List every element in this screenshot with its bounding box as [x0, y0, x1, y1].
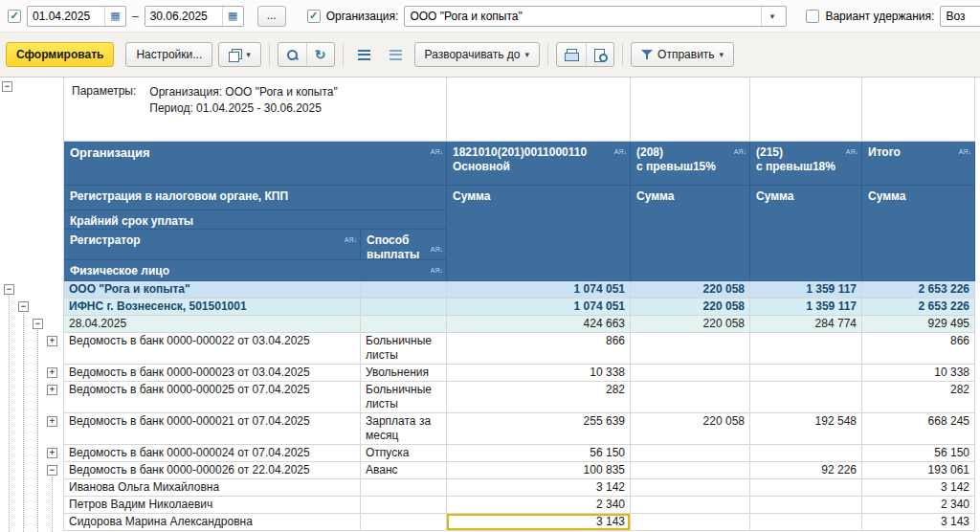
calendar-icon[interactable]: ▦	[222, 7, 243, 26]
header-215[interactable]: (215) с превыш18% АЯ↓	[750, 142, 862, 186]
cell-total[interactable]: 2 653 226	[862, 299, 975, 316]
cell-sum-main[interactable]: 100 835	[447, 462, 631, 479]
empty-cell[interactable]	[862, 78, 975, 142]
cell-sum-main[interactable]: 866	[447, 333, 631, 365]
header-sum-215[interactable]: Сумма	[750, 186, 862, 281]
cell-sum-208[interactable]: 220 058	[631, 413, 750, 445]
period-more-button[interactable]: ...	[257, 6, 286, 27]
cell-method[interactable]	[361, 281, 447, 299]
cell-label[interactable]: Ведомость в банк 0000-000022 от 03.04.20…	[64, 333, 361, 365]
cell-method[interactable]	[361, 299, 447, 316]
cell-method[interactable]: Отпуска	[361, 445, 447, 462]
group-collapse-toggle[interactable]: −	[33, 319, 43, 329]
cell-total[interactable]: 2 653 226	[862, 281, 975, 299]
cell-sum-215[interactable]	[750, 479, 862, 497]
cell-sum-main[interactable]: 282	[447, 382, 631, 413]
cell-sum-main[interactable]: 1 074 051	[447, 281, 631, 299]
withhold-checkbox[interactable]	[806, 10, 819, 23]
cell-sum-208[interactable]	[631, 462, 750, 479]
header-sum-main[interactable]: Сумма	[447, 186, 631, 281]
cell-method[interactable]: Зарплата за месяц	[361, 413, 447, 445]
cell-total[interactable]: 3 142	[862, 479, 975, 497]
group-expand-toggle[interactable]: +	[47, 416, 57, 427]
empty-cell[interactable]	[447, 78, 631, 142]
cell-method[interactable]	[361, 479, 447, 497]
cell-method[interactable]: Больничные листы	[361, 382, 447, 413]
cell-sum-215[interactable]: 192 548	[750, 413, 862, 445]
group-expand-toggle[interactable]: +	[47, 385, 57, 395]
cell-sum-208[interactable]	[631, 445, 750, 462]
date-from-input[interactable]	[28, 8, 104, 25]
cell-total[interactable]: 929 495	[862, 316, 975, 333]
print-preview-button[interactable]	[586, 43, 613, 66]
cell-sum-215[interactable]: 1 359 117	[750, 281, 862, 299]
cell-total[interactable]: 56 150	[862, 445, 975, 462]
empty-cell[interactable]	[631, 78, 750, 142]
cell-label[interactable]: ИФНС г. Вознесенск, 501501001	[64, 299, 361, 316]
cell-label[interactable]: ООО "Рога и копыта"	[64, 281, 361, 299]
cell-sum-215[interactable]: 284 774	[750, 316, 862, 333]
cell-label[interactable]: Ведомость в банк 0000-000023 от 03.04.20…	[64, 365, 361, 382]
cell-sum-208[interactable]: 220 058	[631, 299, 750, 316]
print-button[interactable]	[557, 43, 586, 66]
cell-sum-208[interactable]	[631, 333, 750, 365]
cell-sum-208[interactable]	[631, 497, 750, 514]
cell-sum-main[interactable]: 255 639	[447, 413, 631, 445]
cell-total[interactable]: 10 338	[862, 365, 975, 382]
cell-total[interactable]: 282	[862, 382, 975, 413]
cell-label[interactable]: 28.04.2025	[64, 316, 361, 333]
header-pay-method[interactable]: Способ выплаты АЯ↓	[361, 230, 447, 260]
cell-sum-215[interactable]	[750, 445, 862, 462]
settings-button[interactable]: Настройки...	[125, 42, 212, 67]
expand-to-button[interactable]: Разворачивать до ▾	[414, 42, 541, 67]
cell-sum-main[interactable]: 56 150	[447, 445, 631, 462]
selected-cell[interactable]: 3 143	[447, 514, 631, 531]
date-to-input[interactable]	[145, 8, 222, 25]
cell-sum-215[interactable]	[750, 382, 862, 413]
header-person[interactable]: Физическое лицо АЯ↓	[64, 260, 447, 281]
group-expand-toggle[interactable]: +	[47, 336, 57, 346]
group-collapse-toggle[interactable]: −	[2, 81, 12, 92]
search-button[interactable]	[278, 43, 306, 66]
cell-method[interactable]: Больничные листы	[361, 333, 447, 365]
cell-sum-main[interactable]: 1 074 051	[447, 299, 631, 316]
collapse-groups-button[interactable]	[351, 42, 377, 67]
cell-sum-215[interactable]: 1 359 117	[750, 299, 862, 316]
cell-label[interactable]: Петров Вадим Николаевич	[64, 497, 361, 514]
group-collapse-toggle[interactable]: −	[4, 284, 14, 295]
cell-label[interactable]: Ведомость в банк 0000-000024 от 07.04.20…	[64, 445, 361, 462]
header-deadline[interactable]: Крайний срок уплаты	[64, 211, 447, 230]
cell-sum-215[interactable]	[750, 514, 862, 531]
cell-sum-215[interactable]	[750, 497, 862, 514]
header-kbk-main[interactable]: 1821010(201)0011000110 Основной АЯ↓	[447, 142, 631, 186]
cell-sum-215[interactable]	[750, 333, 862, 365]
generate-button[interactable]: Сформировать	[6, 42, 114, 67]
cell-sum-208[interactable]	[631, 514, 750, 531]
organization-input[interactable]	[405, 8, 761, 25]
cell-total[interactable]: 193 061	[862, 462, 975, 479]
cell-method[interactable]: Аванс	[361, 462, 447, 479]
period-checkbox[interactable]: ✓	[8, 10, 21, 23]
chevron-down-icon[interactable]: ▾	[761, 7, 782, 26]
cell-sum-208[interactable]	[631, 382, 750, 413]
header-total[interactable]: Итого АЯ↓	[862, 142, 975, 186]
empty-cell[interactable]	[750, 78, 862, 142]
header-sum-total[interactable]: Сумма	[862, 186, 975, 281]
cell-sum-208[interactable]: 220 058	[631, 281, 750, 299]
cell-sum-main[interactable]: 2 340	[447, 497, 631, 514]
calendar-icon[interactable]: ▦	[104, 7, 125, 26]
cell-label[interactable]: Ведомость в банк 0000-000025 от 07.04.20…	[64, 382, 361, 413]
cell-sum-main[interactable]: 3 142	[447, 479, 631, 497]
cell-label[interactable]: Ведомость в банк 0000-000021 от 07.04.20…	[64, 413, 361, 445]
cell-sum-main[interactable]: 10 338	[447, 365, 631, 382]
cell-total[interactable]: 668 245	[862, 413, 975, 445]
cell-sum-215[interactable]	[750, 365, 862, 382]
cell-sum-main[interactable]: 424 663	[447, 316, 631, 333]
send-button[interactable]: Отправить ▾	[631, 42, 734, 67]
withhold-input[interactable]	[941, 8, 980, 25]
cell-sum-215[interactable]: 92 226	[750, 462, 862, 479]
group-expand-toggle[interactable]: +	[47, 367, 57, 378]
cell-method[interactable]: Увольнения	[361, 365, 447, 382]
group-expand-toggle[interactable]: +	[47, 448, 57, 458]
cell-total[interactable]: 2 340	[862, 497, 975, 514]
